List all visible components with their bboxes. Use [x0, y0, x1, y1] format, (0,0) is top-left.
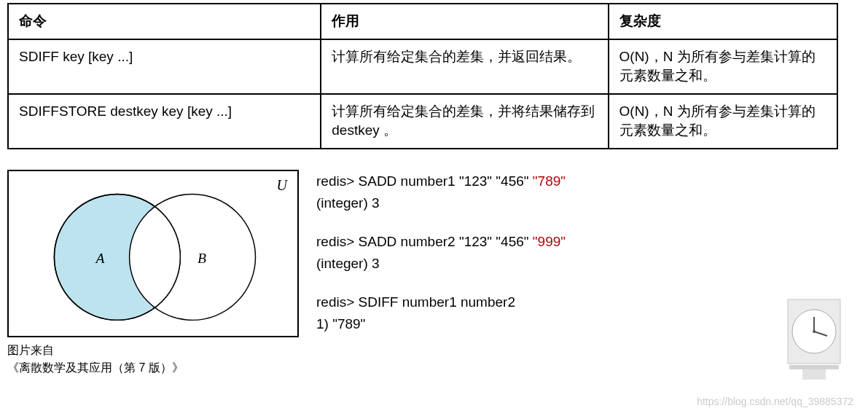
header-desc: 作用: [321, 4, 608, 39]
cell-complexity: O(N)，N 为所有参与差集计算的元素数量之和。: [609, 94, 837, 149]
command-table: 命令 作用 复杂度 SDIFF key [key ...] 计算所有给定集合的差…: [7, 3, 838, 149]
highlight-red: "789": [533, 173, 566, 189]
caption-line: 《离散数学及其应用（第 7 版）》: [7, 359, 299, 377]
table-row: SDIFFSTORE destkey key [key ...] 计算所有给定集…: [8, 94, 837, 149]
cell-complexity: O(N)，N 为所有参与差集计算的元素数量之和。: [609, 39, 837, 94]
code-line: (integer) 3: [316, 254, 566, 275]
svg-rect-7: [789, 365, 839, 369]
cell-cmd: SDIFFSTORE destkey key [key ...]: [8, 94, 321, 149]
header-complexity: 复杂度: [609, 4, 837, 39]
code-line: (integer) 3: [316, 193, 566, 214]
venn-label-u: U: [277, 177, 287, 194]
watermark-text: https://blog.csdn.net/qq_39885372: [697, 396, 853, 407]
table-header-row: 命令 作用 复杂度: [8, 4, 837, 39]
code-line: redis> SADD number2 "123" "456" "999": [316, 232, 566, 253]
caption-line: 图片来自: [7, 342, 299, 359]
header-cmd: 命令: [8, 4, 321, 39]
venn-diagram-box: U A B: [7, 170, 299, 337]
cell-desc: 计算所有给定集合的差集，并返回结果。: [321, 39, 608, 94]
highlight-red: "999": [533, 234, 566, 249]
table-row: SDIFF key [key ...] 计算所有给定集合的差集，并返回结果。 O…: [8, 39, 837, 94]
svg-point-3: [130, 194, 256, 320]
venn-caption: 图片来自 《离散数学及其应用（第 7 版）》: [7, 342, 299, 377]
svg-rect-8: [802, 369, 826, 380]
cell-cmd: SDIFF key [key ...]: [8, 39, 321, 94]
code-block: redis> SADD number1 "123" "456" "789" (i…: [316, 170, 566, 377]
svg-point-12: [813, 330, 816, 333]
clock-decoration-icon: [773, 292, 853, 387]
code-line: 1) "789": [316, 314, 566, 335]
cell-desc: 计算所有给定集合的差集，并将结果储存到 destkey 。: [321, 94, 608, 149]
code-line: redis> SADD number1 "123" "456" "789": [316, 171, 566, 192]
content-row: U A B 图片来自 《离散数学及其应用（第 7 版）》 redis>: [7, 170, 861, 377]
venn-label-b: B: [198, 250, 206, 266]
venn-block: U A B 图片来自 《离散数学及其应用（第 7 版）》: [7, 170, 299, 377]
venn-diagram-icon: A B: [9, 171, 297, 336]
code-line: redis> SDIFF number1 number2: [316, 292, 566, 313]
venn-label-a: A: [94, 250, 105, 266]
